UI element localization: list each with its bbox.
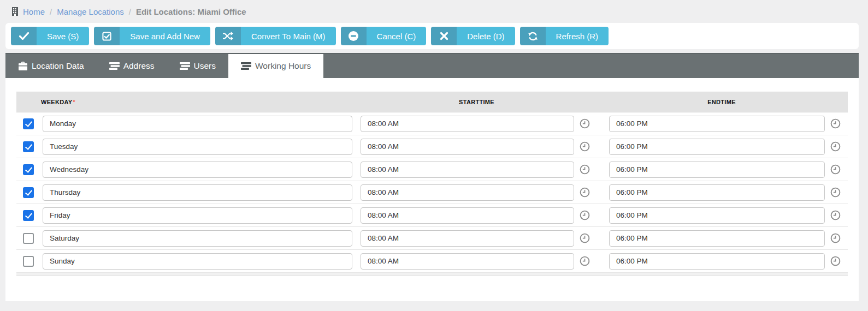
weekday-checkbox[interactable] bbox=[23, 256, 34, 267]
weekday-input[interactable] bbox=[43, 253, 352, 270]
breadcrumb-manage-locations-link[interactable]: Manage Locations bbox=[57, 7, 124, 16]
clock-icon[interactable] bbox=[830, 255, 841, 267]
tab-panel-working-hours: WEEKDAY* STARTTIME ENDTIME bbox=[5, 78, 859, 301]
save-and-add-new-button[interactable]: Save and Add New bbox=[94, 27, 210, 45]
clock-icon[interactable] bbox=[830, 232, 841, 244]
cancel-button[interactable]: Cancel (C) bbox=[341, 27, 427, 45]
weekday-cell bbox=[43, 253, 358, 270]
tab-address[interactable]: Address bbox=[97, 54, 167, 78]
weekday-checkbox-cell bbox=[16, 141, 43, 152]
starttime-input[interactable] bbox=[361, 253, 574, 270]
clock-icon[interactable] bbox=[579, 118, 591, 129]
endtime-input[interactable] bbox=[609, 162, 825, 178]
convert-to-main-button-label: Convert To Main (M) bbox=[241, 27, 336, 45]
weekday-input[interactable] bbox=[43, 139, 352, 155]
clock-icon[interactable] bbox=[830, 164, 841, 175]
weekday-checkbox[interactable] bbox=[23, 118, 34, 129]
weekday-input[interactable] bbox=[43, 184, 352, 201]
endtime-input[interactable] bbox=[609, 184, 825, 201]
save-and-add-new-button-label: Save and Add New bbox=[120, 27, 210, 45]
endtime-input[interactable] bbox=[609, 116, 825, 132]
clock-icon[interactable] bbox=[579, 187, 591, 198]
weekday-checkbox[interactable] bbox=[23, 187, 34, 198]
endtime-cell bbox=[595, 253, 848, 270]
starttime-cell bbox=[358, 139, 595, 155]
weekday-checkbox[interactable] bbox=[23, 141, 34, 152]
weekday-checkbox[interactable] bbox=[23, 164, 34, 175]
starttime-cell bbox=[358, 184, 595, 201]
weekday-input[interactable] bbox=[43, 116, 352, 132]
starttime-input[interactable] bbox=[361, 139, 574, 155]
clock-icon[interactable] bbox=[830, 210, 841, 221]
starttime-cell bbox=[358, 116, 595, 132]
clock-icon[interactable] bbox=[579, 232, 591, 244]
endtime-cell bbox=[595, 184, 848, 201]
clock-icon[interactable] bbox=[579, 210, 591, 221]
endtime-cell bbox=[595, 162, 848, 178]
starttime-input[interactable] bbox=[361, 207, 574, 224]
endtime-input[interactable] bbox=[609, 253, 825, 270]
save-button-label: Save (S) bbox=[37, 27, 89, 45]
clock-icon[interactable] bbox=[830, 187, 841, 198]
convert-to-main-button[interactable]: Convert To Main (M) bbox=[215, 27, 336, 45]
checked-box-icon bbox=[94, 27, 120, 45]
required-marker: * bbox=[73, 99, 75, 105]
weekday-cell bbox=[43, 139, 358, 155]
toolbar: Save (S) Save and Add New Convert To Mai… bbox=[5, 23, 859, 49]
tab-location-data[interactable]: Location Data bbox=[5, 54, 97, 78]
weekday-input[interactable] bbox=[43, 230, 352, 247]
starttime-input[interactable] bbox=[361, 116, 574, 132]
weekday-checkbox[interactable] bbox=[23, 210, 34, 221]
endtime-cell bbox=[595, 116, 848, 132]
table-row bbox=[16, 158, 848, 181]
check-icon bbox=[11, 27, 37, 45]
starttime-input[interactable] bbox=[361, 184, 574, 201]
breadcrumb-separator: / bbox=[129, 7, 131, 16]
endtime-input[interactable] bbox=[609, 230, 825, 247]
clock-icon[interactable] bbox=[579, 141, 591, 152]
shuffle-icon bbox=[215, 27, 241, 45]
weekday-checkbox-cell bbox=[16, 187, 43, 198]
weekday-input[interactable] bbox=[43, 207, 352, 224]
cancel-button-label: Cancel (C) bbox=[367, 27, 427, 45]
table-row bbox=[16, 250, 848, 273]
tab-users[interactable]: Users bbox=[167, 54, 228, 78]
building-icon bbox=[11, 7, 19, 16]
delete-button-label: Delete (D) bbox=[457, 27, 515, 45]
starttime-cell bbox=[358, 253, 595, 270]
tab-label: Address bbox=[123, 61, 155, 71]
breadcrumb-home-link[interactable]: Home bbox=[23, 7, 45, 16]
delete-button[interactable]: Delete (D) bbox=[431, 27, 515, 45]
breadcrumb: Home / Manage Locations / Edit Locations… bbox=[0, 0, 868, 23]
weekday-checkbox-cell bbox=[16, 233, 43, 244]
table-body bbox=[16, 112, 848, 273]
weekday-checkbox-cell bbox=[16, 118, 43, 129]
minus-circle-icon bbox=[341, 27, 367, 45]
column-header-weekday: WEEKDAY* bbox=[16, 99, 358, 105]
clock-icon[interactable] bbox=[579, 164, 591, 175]
endtime-input[interactable] bbox=[609, 139, 825, 155]
tab-working-hours[interactable]: Working Hours bbox=[228, 54, 323, 78]
table-row bbox=[16, 112, 848, 135]
tab-label: Users bbox=[194, 61, 216, 71]
weekday-input[interactable] bbox=[43, 162, 352, 178]
clock-icon[interactable] bbox=[579, 255, 591, 267]
weekday-checkbox[interactable] bbox=[23, 233, 34, 244]
starttime-cell bbox=[358, 162, 595, 178]
weekday-cell bbox=[43, 230, 358, 247]
save-button[interactable]: Save (S) bbox=[11, 27, 89, 45]
starttime-input[interactable] bbox=[361, 162, 574, 178]
tab-label: Location Data bbox=[32, 61, 84, 71]
weekday-checkbox-cell bbox=[16, 256, 43, 267]
page-title: Edit Locations: Miami Office bbox=[136, 7, 246, 16]
clock-icon[interactable] bbox=[830, 118, 841, 129]
endtime-cell bbox=[595, 230, 848, 247]
column-header-starttime: STARTTIME bbox=[358, 99, 595, 105]
endtime-cell bbox=[595, 139, 848, 155]
starttime-input[interactable] bbox=[361, 230, 574, 247]
table-footer bbox=[16, 273, 848, 276]
endtime-input[interactable] bbox=[609, 207, 825, 224]
table-row bbox=[16, 204, 848, 227]
refresh-button[interactable]: Refresh (R) bbox=[520, 27, 609, 45]
clock-icon[interactable] bbox=[830, 141, 841, 152]
